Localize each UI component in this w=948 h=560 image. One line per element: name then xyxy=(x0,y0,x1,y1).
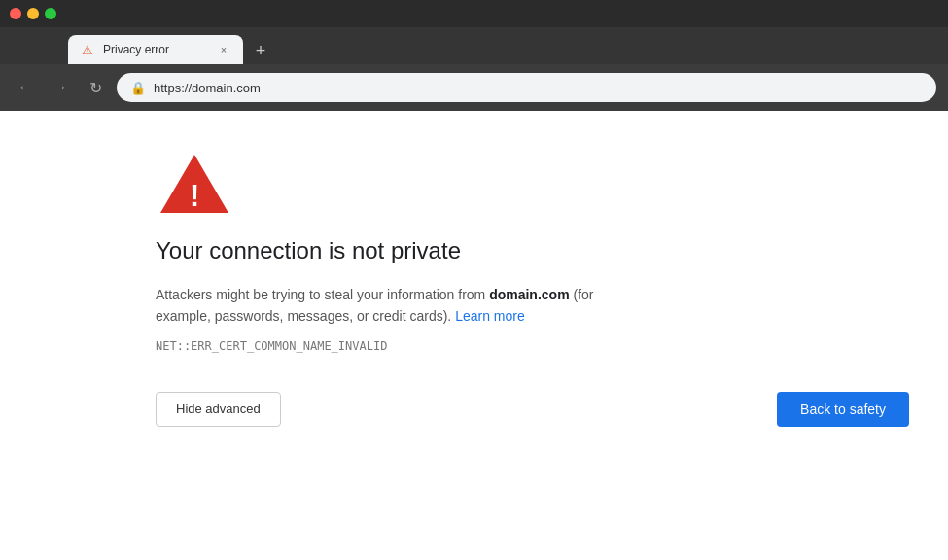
svg-text:!: ! xyxy=(190,178,200,213)
refresh-button[interactable]: ↻ xyxy=(82,74,109,101)
error-description: Attackers might be trying to steal your … xyxy=(156,284,642,328)
minimize-button[interactable] xyxy=(27,8,39,19)
new-tab-button[interactable]: + xyxy=(247,37,274,64)
description-before: Attackers might be trying to steal your … xyxy=(156,287,489,302)
url-text: https://domain.com xyxy=(154,81,261,95)
traffic-lights xyxy=(10,8,56,19)
warning-triangle-icon: ! xyxy=(156,150,233,218)
tabbar: ⚠ Privacy error × + xyxy=(0,27,948,64)
domain-name: domain.com xyxy=(489,287,569,302)
active-tab[interactable]: ⚠ Privacy error × xyxy=(68,35,243,64)
error-heading: Your connection is not private xyxy=(156,237,461,264)
forward-navigation-button[interactable]: → xyxy=(47,74,74,101)
titlebar xyxy=(0,0,948,27)
hide-advanced-button[interactable]: Hide advanced xyxy=(156,392,281,427)
lock-icon: 🔒 xyxy=(130,81,146,95)
addressbar: ← → ↻ 🔒 https://domain.com xyxy=(0,64,948,111)
tab-title: Privacy error xyxy=(103,43,208,56)
tab-close-icon[interactable]: × xyxy=(216,42,231,57)
maximize-button[interactable] xyxy=(45,8,56,19)
tab-favicon-icon: ⚠ xyxy=(80,42,95,57)
page-content: ! Your connection is not private Attacke… xyxy=(0,111,948,560)
button-row: Hide advanced Back to safety xyxy=(156,392,909,427)
learn-more-link[interactable]: Learn more xyxy=(455,308,525,324)
address-bar-input[interactable]: 🔒 https://domain.com xyxy=(117,73,936,102)
close-button[interactable] xyxy=(10,8,21,19)
back-to-safety-button[interactable]: Back to safety xyxy=(777,392,909,427)
error-code: NET::ERR_CERT_COMMON_NAME_INVALID xyxy=(156,339,387,353)
back-navigation-button[interactable]: ← xyxy=(12,74,39,101)
